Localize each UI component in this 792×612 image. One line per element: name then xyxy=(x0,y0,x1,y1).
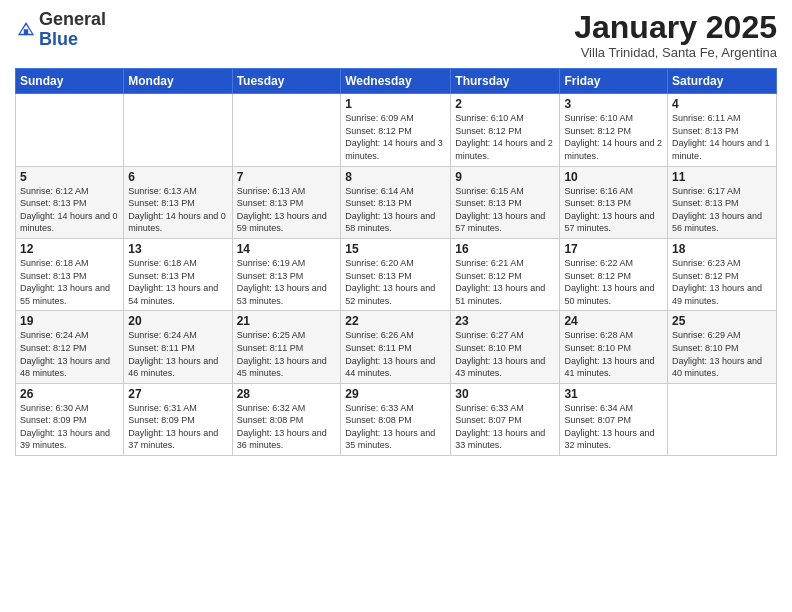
calendar-table: SundayMondayTuesdayWednesdayThursdayFrid… xyxy=(15,68,777,456)
day-info: Sunrise: 6:16 AM Sunset: 8:13 PM Dayligh… xyxy=(564,185,663,235)
week-row-2: 5Sunrise: 6:12 AM Sunset: 8:13 PM Daylig… xyxy=(16,166,777,238)
weekday-header-wednesday: Wednesday xyxy=(341,69,451,94)
calendar-cell: 21Sunrise: 6:25 AM Sunset: 8:11 PM Dayli… xyxy=(232,311,341,383)
day-number: 16 xyxy=(455,242,555,256)
calendar-cell xyxy=(668,383,777,455)
day-info: Sunrise: 6:20 AM Sunset: 8:13 PM Dayligh… xyxy=(345,257,446,307)
calendar-cell xyxy=(124,94,232,166)
day-info: Sunrise: 6:14 AM Sunset: 8:13 PM Dayligh… xyxy=(345,185,446,235)
day-number: 12 xyxy=(20,242,119,256)
calendar-cell: 18Sunrise: 6:23 AM Sunset: 8:12 PM Dayli… xyxy=(668,238,777,310)
day-number: 17 xyxy=(564,242,663,256)
day-info: Sunrise: 6:19 AM Sunset: 8:13 PM Dayligh… xyxy=(237,257,337,307)
weekday-header-tuesday: Tuesday xyxy=(232,69,341,94)
day-info: Sunrise: 6:12 AM Sunset: 8:13 PM Dayligh… xyxy=(20,185,119,235)
day-number: 4 xyxy=(672,97,772,111)
weekday-header-friday: Friday xyxy=(560,69,668,94)
day-number: 8 xyxy=(345,170,446,184)
calendar-cell: 20Sunrise: 6:24 AM Sunset: 8:11 PM Dayli… xyxy=(124,311,232,383)
day-info: Sunrise: 6:29 AM Sunset: 8:10 PM Dayligh… xyxy=(672,329,772,379)
calendar-cell: 22Sunrise: 6:26 AM Sunset: 8:11 PM Dayli… xyxy=(341,311,451,383)
day-info: Sunrise: 6:28 AM Sunset: 8:10 PM Dayligh… xyxy=(564,329,663,379)
day-number: 13 xyxy=(128,242,227,256)
day-info: Sunrise: 6:10 AM Sunset: 8:12 PM Dayligh… xyxy=(564,112,663,162)
calendar-cell: 17Sunrise: 6:22 AM Sunset: 8:12 PM Dayli… xyxy=(560,238,668,310)
day-number: 21 xyxy=(237,314,337,328)
logo-blue-text: Blue xyxy=(39,29,78,49)
calendar-cell: 8Sunrise: 6:14 AM Sunset: 8:13 PM Daylig… xyxy=(341,166,451,238)
calendar-cell: 24Sunrise: 6:28 AM Sunset: 8:10 PM Dayli… xyxy=(560,311,668,383)
day-number: 24 xyxy=(564,314,663,328)
week-row-5: 26Sunrise: 6:30 AM Sunset: 8:09 PM Dayli… xyxy=(16,383,777,455)
day-number: 27 xyxy=(128,387,227,401)
calendar-cell: 12Sunrise: 6:18 AM Sunset: 8:13 PM Dayli… xyxy=(16,238,124,310)
day-number: 23 xyxy=(455,314,555,328)
day-number: 10 xyxy=(564,170,663,184)
calendar-cell: 27Sunrise: 6:31 AM Sunset: 8:09 PM Dayli… xyxy=(124,383,232,455)
calendar-cell: 2Sunrise: 6:10 AM Sunset: 8:12 PM Daylig… xyxy=(451,94,560,166)
day-number: 29 xyxy=(345,387,446,401)
header: General Blue January 2025 Villa Trinidad… xyxy=(15,10,777,60)
calendar-cell: 1Sunrise: 6:09 AM Sunset: 8:12 PM Daylig… xyxy=(341,94,451,166)
weekday-header-row: SundayMondayTuesdayWednesdayThursdayFrid… xyxy=(16,69,777,94)
logo-general-text: General xyxy=(39,9,106,29)
title-block: January 2025 Villa Trinidad, Santa Fe, A… xyxy=(574,10,777,60)
day-info: Sunrise: 6:23 AM Sunset: 8:12 PM Dayligh… xyxy=(672,257,772,307)
day-info: Sunrise: 6:22 AM Sunset: 8:12 PM Dayligh… xyxy=(564,257,663,307)
day-info: Sunrise: 6:24 AM Sunset: 8:12 PM Dayligh… xyxy=(20,329,119,379)
calendar-cell: 6Sunrise: 6:13 AM Sunset: 8:13 PM Daylig… xyxy=(124,166,232,238)
calendar-cell: 16Sunrise: 6:21 AM Sunset: 8:12 PM Dayli… xyxy=(451,238,560,310)
calendar-cell: 7Sunrise: 6:13 AM Sunset: 8:13 PM Daylig… xyxy=(232,166,341,238)
day-info: Sunrise: 6:17 AM Sunset: 8:13 PM Dayligh… xyxy=(672,185,772,235)
day-info: Sunrise: 6:32 AM Sunset: 8:08 PM Dayligh… xyxy=(237,402,337,452)
day-info: Sunrise: 6:25 AM Sunset: 8:11 PM Dayligh… xyxy=(237,329,337,379)
day-number: 26 xyxy=(20,387,119,401)
svg-rect-2 xyxy=(24,29,28,35)
day-info: Sunrise: 6:13 AM Sunset: 8:13 PM Dayligh… xyxy=(237,185,337,235)
calendar-cell: 29Sunrise: 6:33 AM Sunset: 8:08 PM Dayli… xyxy=(341,383,451,455)
calendar-cell: 9Sunrise: 6:15 AM Sunset: 8:13 PM Daylig… xyxy=(451,166,560,238)
calendar-cell: 19Sunrise: 6:24 AM Sunset: 8:12 PM Dayli… xyxy=(16,311,124,383)
calendar-cell xyxy=(232,94,341,166)
day-info: Sunrise: 6:21 AM Sunset: 8:12 PM Dayligh… xyxy=(455,257,555,307)
day-number: 14 xyxy=(237,242,337,256)
page: General Blue January 2025 Villa Trinidad… xyxy=(0,0,792,612)
calendar-cell: 4Sunrise: 6:11 AM Sunset: 8:13 PM Daylig… xyxy=(668,94,777,166)
day-number: 31 xyxy=(564,387,663,401)
day-info: Sunrise: 6:24 AM Sunset: 8:11 PM Dayligh… xyxy=(128,329,227,379)
day-info: Sunrise: 6:27 AM Sunset: 8:10 PM Dayligh… xyxy=(455,329,555,379)
day-number: 28 xyxy=(237,387,337,401)
day-number: 18 xyxy=(672,242,772,256)
day-info: Sunrise: 6:33 AM Sunset: 8:08 PM Dayligh… xyxy=(345,402,446,452)
calendar-cell: 26Sunrise: 6:30 AM Sunset: 8:09 PM Dayli… xyxy=(16,383,124,455)
day-info: Sunrise: 6:15 AM Sunset: 8:13 PM Dayligh… xyxy=(455,185,555,235)
weekday-header-sunday: Sunday xyxy=(16,69,124,94)
calendar-cell: 15Sunrise: 6:20 AM Sunset: 8:13 PM Dayli… xyxy=(341,238,451,310)
day-number: 25 xyxy=(672,314,772,328)
day-number: 11 xyxy=(672,170,772,184)
day-info: Sunrise: 6:18 AM Sunset: 8:13 PM Dayligh… xyxy=(128,257,227,307)
calendar-cell: 14Sunrise: 6:19 AM Sunset: 8:13 PM Dayli… xyxy=(232,238,341,310)
day-info: Sunrise: 6:33 AM Sunset: 8:07 PM Dayligh… xyxy=(455,402,555,452)
day-number: 7 xyxy=(237,170,337,184)
calendar-cell: 30Sunrise: 6:33 AM Sunset: 8:07 PM Dayli… xyxy=(451,383,560,455)
day-number: 1 xyxy=(345,97,446,111)
week-row-3: 12Sunrise: 6:18 AM Sunset: 8:13 PM Dayli… xyxy=(16,238,777,310)
day-info: Sunrise: 6:31 AM Sunset: 8:09 PM Dayligh… xyxy=(128,402,227,452)
calendar-cell: 31Sunrise: 6:34 AM Sunset: 8:07 PM Dayli… xyxy=(560,383,668,455)
logo-icon xyxy=(15,19,37,41)
day-info: Sunrise: 6:10 AM Sunset: 8:12 PM Dayligh… xyxy=(455,112,555,162)
calendar-cell: 10Sunrise: 6:16 AM Sunset: 8:13 PM Dayli… xyxy=(560,166,668,238)
day-number: 30 xyxy=(455,387,555,401)
logo: General Blue xyxy=(15,10,106,50)
day-info: Sunrise: 6:30 AM Sunset: 8:09 PM Dayligh… xyxy=(20,402,119,452)
calendar-cell: 28Sunrise: 6:32 AM Sunset: 8:08 PM Dayli… xyxy=(232,383,341,455)
day-info: Sunrise: 6:11 AM Sunset: 8:13 PM Dayligh… xyxy=(672,112,772,162)
calendar-cell: 23Sunrise: 6:27 AM Sunset: 8:10 PM Dayli… xyxy=(451,311,560,383)
day-info: Sunrise: 6:13 AM Sunset: 8:13 PM Dayligh… xyxy=(128,185,227,235)
day-info: Sunrise: 6:09 AM Sunset: 8:12 PM Dayligh… xyxy=(345,112,446,162)
day-info: Sunrise: 6:34 AM Sunset: 8:07 PM Dayligh… xyxy=(564,402,663,452)
day-number: 5 xyxy=(20,170,119,184)
calendar-cell: 11Sunrise: 6:17 AM Sunset: 8:13 PM Dayli… xyxy=(668,166,777,238)
day-number: 22 xyxy=(345,314,446,328)
